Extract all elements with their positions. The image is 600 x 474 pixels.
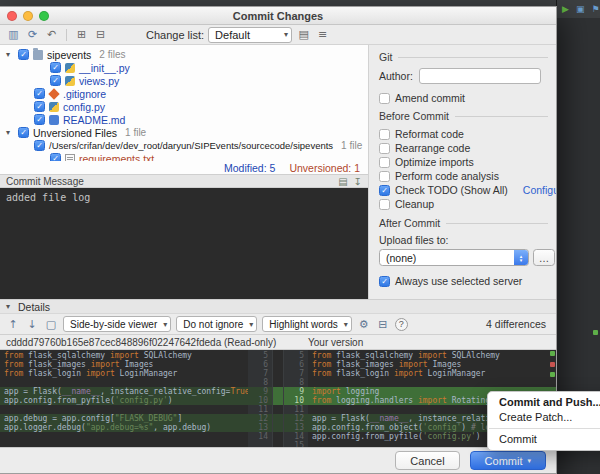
tree-row[interactable]: ✓README.md xyxy=(0,113,368,126)
code-token: flask_images xyxy=(23,360,90,369)
always-use-server-row[interactable]: ✓ Always use selected server xyxy=(379,274,556,288)
configure-link[interactable]: Configure xyxy=(523,184,556,196)
python-file-icon xyxy=(49,102,59,112)
group-by-icon[interactable]: ▤ xyxy=(296,27,311,43)
before-commit-option[interactable]: Rearrange code xyxy=(379,141,556,155)
code-token: , app.debug) xyxy=(153,423,211,432)
tree-checkbox[interactable]: ✓ xyxy=(34,140,45,151)
commit-message-editor[interactable]: added file log xyxy=(0,188,368,299)
tree-checkbox[interactable]: ✓ xyxy=(34,88,45,99)
viewer-select[interactable]: Side-by-side viewer ▾ xyxy=(63,316,171,332)
code-token: import xyxy=(418,396,447,405)
paste-message-icon[interactable]: ↧ xyxy=(354,176,362,187)
dialog-titlebar[interactable]: Commit Changes xyxy=(0,7,556,25)
tree-chevron-icon[interactable]: ▾ xyxy=(6,50,14,59)
before-commit-option[interactable]: Perform code analysis xyxy=(379,169,556,183)
option-checkbox[interactable] xyxy=(379,157,390,168)
amend-commit-row[interactable]: Amend commit xyxy=(379,91,556,105)
message-history-icon[interactable]: ▤ xyxy=(338,176,347,187)
tree-checkbox[interactable]: ✓ xyxy=(34,114,45,125)
before-commit-option[interactable]: Cleanup xyxy=(379,197,556,211)
tree-item-label: sipevents xyxy=(47,49,91,61)
refresh-icon[interactable]: ⟳ xyxy=(25,27,40,43)
background-ide-toolbar: ▶▣⚑ xyxy=(557,0,600,18)
changes-status: Modified: 5 Unversioned: 1 xyxy=(0,161,368,174)
modified-count: Modified: 5 xyxy=(224,162,275,174)
flatten-icon[interactable]: ≡ xyxy=(315,27,330,43)
txt-file-icon xyxy=(65,154,75,162)
option-checkbox[interactable] xyxy=(379,199,390,210)
error-stripe-mark[interactable] xyxy=(550,351,555,356)
tree-row[interactable]: ✓/Users/crifan/dev/dev_root/daryun/SIPEv… xyxy=(0,139,368,152)
tree-checkbox[interactable]: ✓ xyxy=(18,127,29,138)
author-label: Author: xyxy=(379,70,413,82)
amend-commit-checkbox[interactable] xyxy=(379,93,390,104)
tree-checkbox[interactable]: ✓ xyxy=(34,101,45,112)
tree-row[interactable]: ✓requirements.txt xyxy=(0,152,368,161)
option-checkbox[interactable] xyxy=(379,171,390,182)
commit-button[interactable]: Commit ▾ xyxy=(470,451,546,470)
dialog-title: Commit Changes xyxy=(0,10,556,22)
tree-checkbox[interactable]: ✓ xyxy=(50,75,61,86)
show-diff-icon[interactable]: ▥ xyxy=(6,27,21,43)
error-stripe-mark[interactable] xyxy=(550,372,555,377)
background-stripe-mark xyxy=(593,330,598,335)
section-rule xyxy=(398,57,548,58)
tree-chevron-icon[interactable]: ▾ xyxy=(6,128,14,137)
diff-line-number: 8 xyxy=(284,378,308,387)
author-input[interactable] xyxy=(419,68,541,84)
upload-target-select[interactable]: (none) ▴▾ xyxy=(379,249,529,266)
diff-code-line: app.config.from_pyfile('config.py') xyxy=(0,396,248,405)
menu-item[interactable]: Commit xyxy=(488,432,600,447)
tree-checkbox[interactable]: ✓ xyxy=(50,62,61,73)
details-collapse-icon[interactable]: ▾ xyxy=(6,302,14,311)
changes-toolbar: ▥ ⟳ ↶ ⊞ ⊟ Change list: Default ▾ ▤ ≡ xyxy=(0,25,556,45)
always-use-server-checkbox[interactable]: ✓ xyxy=(379,276,390,287)
option-checkbox[interactable]: ✓ xyxy=(379,185,390,196)
change-list-select[interactable]: Default ▾ xyxy=(208,27,292,43)
diff-insert-connector xyxy=(273,387,283,405)
whitespace-select[interactable]: Do not ignore ▾ xyxy=(176,316,257,332)
code-token: ) xyxy=(168,396,173,405)
option-checkbox[interactable] xyxy=(379,129,390,140)
tree-checkbox[interactable]: ✓ xyxy=(18,49,29,60)
details-bar[interactable]: ▾ Details xyxy=(0,299,556,313)
highlight-select[interactable]: Highlight words ▾ xyxy=(262,316,351,332)
diff-settings-gear-icon[interactable]: ⚙ xyxy=(357,318,371,331)
diff-left-code[interactable]: from flask_sqlalchemy import SQLAlchemyf… xyxy=(0,350,248,447)
diff-viewer[interactable]: from flask_sqlalchemy import SQLAlchemyf… xyxy=(0,350,556,447)
tree-row[interactable]: ▾✓Unversioned Files1 file xyxy=(0,126,368,139)
menu-item[interactable]: Create Patch... xyxy=(488,410,600,425)
tree-item-label: README.md xyxy=(63,114,125,126)
before-commit-option[interactable]: Optimize imports xyxy=(379,155,556,169)
help-icon[interactable]: ? xyxy=(395,318,408,331)
jump-to-source-icon[interactable]: ▢ xyxy=(44,318,58,331)
revert-icon[interactable]: ↶ xyxy=(44,27,59,43)
viewer-select-value: Side-by-side viewer xyxy=(70,319,157,330)
tree-row[interactable]: ✓.gitignore xyxy=(0,87,368,100)
menu-item[interactable]: Commit and Push... xyxy=(488,395,600,410)
before-commit-option[interactable]: Reformat code xyxy=(379,127,556,141)
before-commit-option[interactable]: ✓Check TODO (Show All)Configure xyxy=(379,183,556,197)
error-stripe-mark[interactable] xyxy=(550,362,555,367)
option-checkbox[interactable] xyxy=(379,143,390,154)
collapse-unchanged-icon[interactable]: ⊟ xyxy=(376,318,390,331)
next-difference-icon[interactable]: ↓ xyxy=(25,318,39,331)
code-token: "FLASK_DEBUG" xyxy=(115,414,178,423)
tree-row[interactable]: ✓__init__.py xyxy=(0,61,368,74)
tree-row[interactable]: ✓config.py xyxy=(0,100,368,113)
cancel-button[interactable]: Cancel xyxy=(395,451,459,470)
configure-servers-button[interactable]: … xyxy=(533,249,555,266)
code-token: app = Flask( xyxy=(312,414,370,423)
tree-row[interactable]: ✓views.py xyxy=(0,74,368,87)
expand-all-icon[interactable]: ⊞ xyxy=(74,27,89,43)
previous-difference-icon[interactable]: ↑ xyxy=(6,318,20,331)
amend-commit-label: Amend commit xyxy=(395,92,465,104)
commit-message-actions: ▤ ↧ xyxy=(338,176,362,187)
diff-line-number: 7 xyxy=(284,369,308,378)
tree-checkbox[interactable]: ✓ xyxy=(50,153,61,161)
diff-right-title: Your version xyxy=(308,337,363,348)
collapse-all-icon[interactable]: ⊟ xyxy=(93,27,108,43)
tree-row[interactable]: ▾✓sipevents2 files xyxy=(0,48,368,61)
commit-dropdown-chevron-icon[interactable]: ▾ xyxy=(527,457,531,465)
